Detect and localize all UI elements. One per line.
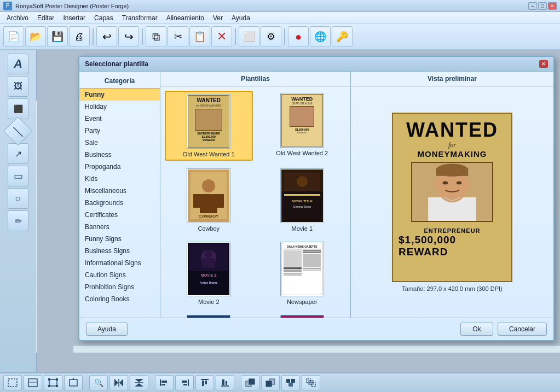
- align-right-btn[interactable]: [175, 375, 194, 390]
- category-item-funnysigns[interactable]: Funny Signs: [79, 233, 160, 245]
- print-button[interactable]: 🖨: [69, 26, 90, 47]
- rotate-tool-btn[interactable]: [64, 375, 83, 390]
- object-tool[interactable]: ⬛: [8, 98, 28, 119]
- template-item-wanted2[interactable]: WANTED DEAD OR ALIVE $1,500,000 REWARD O…: [258, 91, 347, 161]
- svg-rect-3: [200, 194, 217, 213]
- align-left-btn[interactable]: [155, 375, 174, 390]
- menu-ayuda[interactable]: Ayuda: [227, 13, 255, 23]
- ellipse-tool[interactable]: ○: [8, 188, 28, 209]
- order-front-btn[interactable]: [241, 375, 259, 390]
- preview-image: WANTED for MONEYMAKING: [392, 113, 512, 282]
- menu-editar[interactable]: Editar: [33, 13, 59, 23]
- save-button[interactable]: 💾: [47, 26, 68, 47]
- align-top-btn[interactable]: [195, 375, 214, 390]
- category-item-holiday[interactable]: Holiday: [79, 101, 160, 113]
- dialog-title-text: Seleccionar plantilla: [85, 60, 148, 68]
- flip-h-btn[interactable]: [109, 375, 128, 390]
- dialog-close-button[interactable]: ✕: [539, 60, 548, 68]
- category-item-funny[interactable]: Funny: [79, 89, 160, 101]
- template-item-finance[interactable]: Finance World Finance World: [165, 313, 253, 318]
- align-bottom-btn[interactable]: [216, 375, 234, 390]
- new2-button[interactable]: ⬜: [239, 26, 259, 47]
- minimize-button[interactable]: –: [528, 2, 537, 10]
- canvas-area[interactable]: Seleccionar plantilla ✕ Categoría Funny …: [37, 50, 560, 372]
- category-item-event[interactable]: Event: [79, 113, 160, 125]
- category-item-certificates[interactable]: Certificates: [79, 209, 160, 221]
- main-toolbar: 📄 📂 💾 🖨 ↩ ↪ ⧉ ✂ 📋 ✕ ⬜ ⚙ ● 🌐 🔑: [0, 24, 560, 50]
- zoom-in-btn[interactable]: 🔍: [89, 375, 108, 390]
- arrow-tool[interactable]: ↗: [8, 143, 28, 164]
- category-item-backgrounds[interactable]: Backgrounds: [79, 197, 160, 209]
- cancel-button[interactable]: Cancelar: [498, 323, 547, 336]
- template-item-movie1[interactable]: MOVIE TITLE Coming Soon Movie 1: [258, 166, 347, 234]
- window-close-button[interactable]: ✕: [548, 2, 557, 10]
- title-bar: P RonyaSoft Poster Designer (Poster Forg…: [0, 0, 560, 12]
- svg-point-46: [465, 179, 471, 188]
- category-item-infosigns[interactable]: Informational Signs: [79, 257, 160, 269]
- svg-rect-65: [161, 381, 167, 383]
- category-item-cautionsigns[interactable]: Caution Signs: [79, 269, 160, 281]
- category-item-business[interactable]: Business: [79, 149, 160, 161]
- key-button[interactable]: 🔑: [332, 26, 353, 47]
- move-tool-btn[interactable]: [24, 375, 42, 390]
- category-item-propoganda[interactable]: Propoganda: [79, 161, 160, 173]
- templates-header: Plantillas: [160, 72, 350, 86]
- menu-capas[interactable]: Capas: [90, 13, 118, 23]
- select-tool-btn[interactable]: [3, 375, 22, 390]
- shape-tool[interactable]: ▭: [8, 166, 28, 186]
- svg-rect-5: [216, 194, 224, 208]
- image-tool[interactable]: 🖼: [8, 76, 28, 97]
- category-item-businesssigns[interactable]: Business Signs: [79, 245, 160, 257]
- svg-text:MOVIE 2: MOVIE 2: [201, 273, 217, 277]
- svg-rect-42: [436, 168, 468, 176]
- undo-button[interactable]: ↩: [96, 26, 117, 47]
- category-item-prohibitionsigns[interactable]: Prohibition Signs: [79, 281, 160, 293]
- redo-button[interactable]: ↪: [118, 26, 139, 47]
- category-item-coloringbooks[interactable]: Coloring Books: [79, 293, 160, 305]
- menu-archivo[interactable]: Archivo: [2, 13, 33, 23]
- flip-v-btn[interactable]: [130, 375, 148, 390]
- template-item-wanted1[interactable]: WANTED for MONEYMAKING ENTREPRENEUR $1,5…: [165, 91, 253, 161]
- menu-ver[interactable]: Ver: [209, 13, 227, 23]
- delete-button[interactable]: ✕: [211, 26, 232, 47]
- template-thumb-wanted1: WANTED for MONEYMAKING ENTREPRENEUR $1,5…: [187, 94, 230, 149]
- settings-button[interactable]: ⚙: [261, 26, 281, 47]
- template-item-newspaper[interactable]: DAILY NEWS GAZETTE: [258, 239, 347, 307]
- order-back-btn[interactable]: [261, 375, 280, 390]
- help1-button[interactable]: ●: [288, 26, 309, 47]
- category-item-party[interactable]: Party: [79, 125, 160, 137]
- menu-alineamiento[interactable]: Alineamiento: [162, 13, 209, 23]
- category-item-misc[interactable]: Miscellaneous: [79, 185, 160, 197]
- resize-tool-btn[interactable]: [44, 375, 62, 390]
- group-btn[interactable]: [281, 375, 300, 390]
- template-item-cowboy[interactable]: COWBOY Cowboy: [165, 166, 253, 234]
- ungroup-btn[interactable]: [302, 375, 320, 390]
- template-label-movie2: Movie 2: [198, 299, 220, 305]
- text-tool[interactable]: A: [8, 54, 28, 74]
- paste-button[interactable]: 📋: [189, 26, 210, 47]
- template-item-poster[interactable]: Poster World Poster World: [258, 313, 347, 318]
- category-item-sale[interactable]: Sale: [79, 137, 160, 149]
- category-item-kids[interactable]: Kids: [79, 173, 160, 185]
- svg-rect-69: [183, 384, 187, 385]
- app-icon: P: [3, 2, 12, 10]
- menu-insertar[interactable]: Insertar: [59, 13, 90, 23]
- template-item-movie2[interactable]: MOVIE 2 Action Drama Movie 2: [165, 239, 253, 307]
- cut-button[interactable]: ✂: [168, 26, 188, 47]
- copy-button[interactable]: ⧉: [146, 26, 166, 47]
- svg-rect-53: [48, 385, 50, 387]
- new-button[interactable]: 📄: [3, 26, 24, 47]
- svg-rect-71: [202, 381, 204, 386]
- template-label-newspaper: Newspaper: [287, 299, 317, 305]
- svg-rect-48: [28, 379, 37, 387]
- svg-rect-68: [182, 381, 187, 383]
- web-button[interactable]: 🌐: [310, 26, 331, 47]
- ok-button[interactable]: Ok: [460, 323, 493, 336]
- open-button[interactable]: 📂: [25, 26, 46, 47]
- help-button[interactable]: Ayuda: [86, 323, 128, 336]
- maximize-button[interactable]: □: [538, 2, 547, 10]
- category-item-banners[interactable]: Banners: [79, 221, 160, 233]
- menu-transformar[interactable]: Transformar: [118, 13, 162, 23]
- line-tool[interactable]: │: [3, 116, 33, 146]
- pencil-tool[interactable]: ✏: [8, 210, 28, 231]
